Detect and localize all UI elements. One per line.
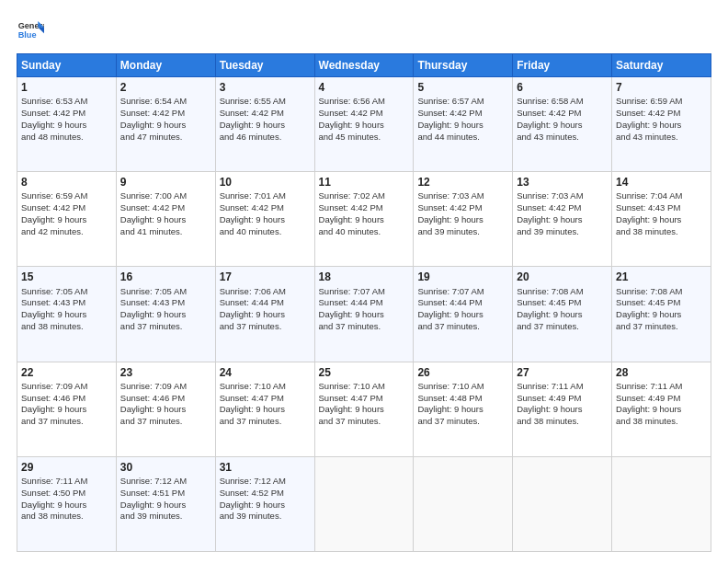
day-cell-10: 10Sunrise: 7:01 AMSunset: 4:42 PMDayligh… [215,172,314,267]
day-cell-27: 27Sunrise: 7:11 AMSunset: 4:49 PMDayligh… [513,362,612,456]
svg-text:Blue: Blue [18,30,37,40]
day-number: 6 [517,80,608,95]
empty-cell [414,456,513,551]
day-number: 15 [21,270,112,284]
logo: General Blue [17,17,44,44]
weekday-header-thursday: Thursday [414,54,513,77]
day-cell-22: 22Sunrise: 7:09 AMSunset: 4:46 PMDayligh… [17,362,117,456]
day-cell-21: 21Sunrise: 7:08 AMSunset: 4:45 PMDayligh… [612,267,711,362]
day-cell-26: 26Sunrise: 7:10 AMSunset: 4:48 PMDayligh… [414,362,513,456]
empty-cell [314,456,414,551]
week-row-1: 1Sunrise: 6:53 AMSunset: 4:42 PMDaylight… [17,77,711,172]
empty-cell [612,456,711,551]
day-number: 14 [616,175,707,190]
day-number: 26 [417,365,508,380]
day-number: 1 [21,80,112,95]
day-number: 22 [21,365,112,380]
day-cell-4: 4Sunrise: 6:56 AMSunset: 4:42 PMDaylight… [314,77,414,172]
day-cell-13: 13Sunrise: 7:03 AMSunset: 4:42 PMDayligh… [513,172,612,267]
day-number: 17 [220,270,311,284]
day-number: 31 [220,460,311,475]
header: General Blue [17,17,711,44]
day-cell-28: 28Sunrise: 7:11 AMSunset: 4:49 PMDayligh… [612,362,711,456]
day-cell-18: 18Sunrise: 7:07 AMSunset: 4:44 PMDayligh… [314,267,414,362]
day-cell-19: 19Sunrise: 7:07 AMSunset: 4:44 PMDayligh… [414,267,513,362]
day-number: 29 [21,460,112,475]
day-number: 3 [220,80,311,95]
day-number: 20 [517,270,608,284]
weekday-header-monday: Monday [116,54,215,77]
weekday-header-sunday: Sunday [17,54,117,77]
weekday-header-row: SundayMondayTuesdayWednesdayThursdayFrid… [17,54,711,77]
day-number: 13 [517,175,608,190]
day-number: 16 [120,270,211,284]
day-cell-16: 16Sunrise: 7:05 AMSunset: 4:43 PMDayligh… [116,267,215,362]
day-number: 24 [220,365,311,380]
day-cell-9: 9Sunrise: 7:00 AMSunset: 4:42 PMDaylight… [116,172,215,267]
day-cell-29: 29Sunrise: 7:11 AMSunset: 4:50 PMDayligh… [17,456,117,551]
page: General Blue SundayMondayTuesdayWednesda… [0,0,728,563]
day-cell-25: 25Sunrise: 7:10 AMSunset: 4:47 PMDayligh… [314,362,414,456]
day-cell-11: 11Sunrise: 7:02 AMSunset: 4:42 PMDayligh… [314,172,414,267]
day-number: 21 [616,270,707,284]
day-number: 18 [319,270,410,284]
week-row-3: 15Sunrise: 7:05 AMSunset: 4:43 PMDayligh… [17,267,711,362]
week-row-2: 8Sunrise: 6:59 AMSunset: 4:42 PMDaylight… [17,172,711,267]
day-number: 12 [417,175,508,190]
day-cell-1: 1Sunrise: 6:53 AMSunset: 4:42 PMDaylight… [17,77,117,172]
day-number: 23 [120,365,211,380]
day-cell-31: 31Sunrise: 7:12 AMSunset: 4:52 PMDayligh… [215,456,314,551]
day-cell-20: 20Sunrise: 7:08 AMSunset: 4:45 PMDayligh… [513,267,612,362]
empty-cell [513,456,612,551]
day-cell-3: 3Sunrise: 6:55 AMSunset: 4:42 PMDaylight… [215,77,314,172]
day-cell-23: 23Sunrise: 7:09 AMSunset: 4:46 PMDayligh… [116,362,215,456]
day-cell-5: 5Sunrise: 6:57 AMSunset: 4:42 PMDaylight… [414,77,513,172]
week-row-4: 22Sunrise: 7:09 AMSunset: 4:46 PMDayligh… [17,362,711,456]
day-number: 9 [120,175,211,190]
day-cell-24: 24Sunrise: 7:10 AMSunset: 4:47 PMDayligh… [215,362,314,456]
day-number: 5 [417,80,508,95]
day-cell-15: 15Sunrise: 7:05 AMSunset: 4:43 PMDayligh… [17,267,117,362]
weekday-header-saturday: Saturday [612,54,711,77]
day-cell-8: 8Sunrise: 6:59 AMSunset: 4:42 PMDaylight… [17,172,117,267]
day-cell-7: 7Sunrise: 6:59 AMSunset: 4:42 PMDaylight… [612,77,711,172]
weekday-header-wednesday: Wednesday [314,54,414,77]
day-number: 7 [616,80,707,95]
day-number: 4 [319,80,410,95]
day-number: 27 [517,365,608,380]
calendar-table: SundayMondayTuesdayWednesdayThursdayFrid… [17,53,711,552]
day-number: 2 [120,80,211,95]
day-number: 19 [417,270,508,284]
day-cell-30: 30Sunrise: 7:12 AMSunset: 4:51 PMDayligh… [116,456,215,551]
day-number: 11 [319,175,410,190]
week-row-5: 29Sunrise: 7:11 AMSunset: 4:50 PMDayligh… [17,456,711,551]
day-cell-17: 17Sunrise: 7:06 AMSunset: 4:44 PMDayligh… [215,267,314,362]
weekday-header-friday: Friday [513,54,612,77]
logo-icon: General Blue [17,17,44,44]
day-number: 28 [616,365,707,380]
weekday-header-tuesday: Tuesday [215,54,314,77]
day-cell-14: 14Sunrise: 7:04 AMSunset: 4:43 PMDayligh… [612,172,711,267]
day-number: 25 [319,365,410,380]
day-cell-6: 6Sunrise: 6:58 AMSunset: 4:42 PMDaylight… [513,77,612,172]
day-number: 30 [120,460,211,475]
day-number: 10 [220,175,311,190]
day-cell-12: 12Sunrise: 7:03 AMSunset: 4:42 PMDayligh… [414,172,513,267]
day-cell-2: 2Sunrise: 6:54 AMSunset: 4:42 PMDaylight… [116,77,215,172]
day-number: 8 [21,175,112,190]
